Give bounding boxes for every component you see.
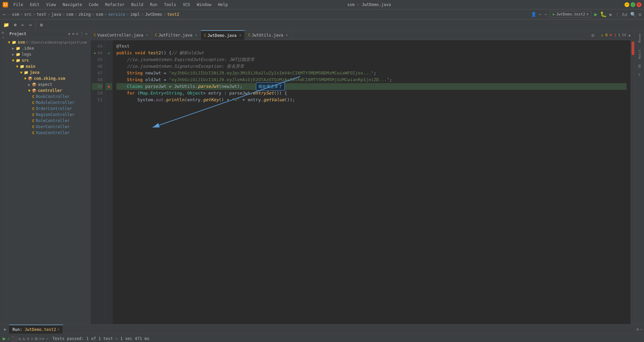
panel-expand[interactable]: ⊕ <box>72 32 74 36</box>
nav-back2[interactable]: ← <box>539 12 542 17</box>
nav-forward2[interactable]: → <box>544 12 547 17</box>
collapse-all[interactable]: ⇐ <box>19 21 26 29</box>
maven-icon[interactable]: Maven <box>637 32 642 45</box>
run-expand-btn[interactable]: ⊞ <box>35 336 38 341</box>
tree-usercontroller[interactable]: C UserController <box>7 124 90 130</box>
run-check-btn[interactable]: ✓ <box>7 336 10 341</box>
run-coverage-button[interactable]: ▶ <box>609 12 612 17</box>
tab-settings-button[interactable]: ⚙ <box>589 30 597 40</box>
menu-tools[interactable]: Tools <box>161 2 179 8</box>
tree-aspect[interactable]: ▶ 📦 aspect <box>7 81 90 88</box>
menu-help[interactable]: Help <box>215 2 230 8</box>
panel-close[interactable]: × <box>85 32 88 36</box>
breadcrumb-test[interactable]: test <box>37 12 46 17</box>
expand-icon-aspect: ▶ <box>28 82 31 87</box>
tree-com-zking[interactable]: ▼ 📦 com.zking.ssm <box>7 75 90 81</box>
bottom-tab-run[interactable]: Run: JwtDemo.test2 × <box>9 325 63 334</box>
run-config-selector[interactable]: ▶ JwtDemo.test2 ▼ <box>550 11 592 17</box>
translate-icon[interactable]: Aa <box>622 12 628 17</box>
tree-vuexcontroller[interactable]: C VuexController <box>7 130 90 136</box>
tree-logs[interactable]: ▶ 📁 logs <box>7 51 90 57</box>
tree-java[interactable]: ▼ 📁 java <box>7 69 90 75</box>
run-failed-btn[interactable]: ↻ <box>23 336 25 341</box>
menu-file[interactable]: File <box>11 2 26 8</box>
tree-src[interactable]: ▼ 📁 src <box>7 57 90 63</box>
tab-close-utils[interactable]: × <box>286 33 288 37</box>
menu-vcs[interactable]: VCS <box>180 2 193 8</box>
tree-regioncontroller[interactable]: C RegionController <box>7 112 90 118</box>
menu-refactor[interactable]: Refactor <box>102 2 127 8</box>
breadcrumb-ssm2[interactable]: ssm <box>96 12 103 17</box>
more-run-options[interactable]: ⋮ <box>615 12 619 17</box>
run-stop-btn[interactable]: ⬛ <box>11 336 17 341</box>
code-content[interactable]: @Test public void test2() {// 解析oldJwt /… <box>112 40 631 324</box>
tab-vuexcontroller[interactable]: C VuexController.java × <box>91 30 152 40</box>
tree-bookcontroller[interactable]: C BookController <box>7 94 90 100</box>
project-view-toggle[interactable]: 📁 <box>1 21 11 29</box>
menu-window[interactable]: Window <box>194 2 214 8</box>
bottom-tab-run-close[interactable]: × <box>57 328 59 331</box>
close-button[interactable]: × <box>637 2 641 7</box>
nav-forward[interactable]: → <box>7 11 11 17</box>
menu-view[interactable]: View <box>44 2 59 8</box>
tab-jwtdemo[interactable]: C JwtDemo.java × <box>201 30 245 40</box>
run-play-btn[interactable]: ▶ <box>3 335 6 342</box>
notifications-icon[interactable]: Notif. <box>637 46 642 61</box>
menu-navigate[interactable]: Navigate <box>60 2 85 8</box>
breadcrumb-service[interactable]: service <box>108 12 125 17</box>
run-icon[interactable]: ▶ <box>1 327 9 332</box>
gradle-icon[interactable]: G <box>638 71 641 78</box>
breadcrumb-ssm[interactable]: ssm <box>12 12 19 17</box>
breadcrumb-com[interactable]: com <box>66 12 73 17</box>
ln-43: 43 <box>97 43 103 50</box>
run-sort-btn[interactable]: ⇅ <box>27 336 30 341</box>
tab-close-filter[interactable]: × <box>195 33 197 37</box>
run-sort2-btn[interactable]: ↕ <box>31 336 34 341</box>
minimize-button[interactable]: − <box>625 2 629 7</box>
tree-modulecontroller[interactable]: C ModuleController <box>7 100 90 106</box>
menu-code[interactable]: Code <box>86 2 101 8</box>
project-icon[interactable]: P <box>1 32 5 34</box>
tree-rolecontroller[interactable]: C RoleController <box>7 118 90 124</box>
breadcrumb-src[interactable]: src <box>24 12 32 17</box>
panel-collapse[interactable]: ⊖ <box>76 32 78 36</box>
tab-close-vuex[interactable]: × <box>146 33 148 37</box>
user-icon[interactable]: 👤 <box>531 12 536 17</box>
tab-close-demo[interactable]: × <box>239 34 241 37</box>
breadcrumb-jwtdemo[interactable]: JwtDemo <box>145 12 162 17</box>
panel-settings[interactable]: ⋮ <box>80 32 84 36</box>
maximize-button[interactable]: □ <box>631 2 635 7</box>
settings-icon[interactable]: ⚙ <box>639 12 641 17</box>
search-icon[interactable]: 🔍 <box>630 12 636 17</box>
tree-root-ssm[interactable]: ▼ 📁 ssm C:\Users\a\Desktop\project\ssm <box>7 39 90 45</box>
breadcrumb-impl[interactable]: impl <box>130 12 140 17</box>
menu-run[interactable]: Run <box>147 2 160 8</box>
breakpoint-49[interactable]: ● <box>108 85 110 88</box>
tab-jwtfilter[interactable]: C JwtFilter.java × <box>152 30 201 40</box>
gutter-reload-44[interactable]: ↺ <box>108 51 110 55</box>
database-icon[interactable]: DB <box>637 62 642 70</box>
debug-button[interactable]: 🐛 <box>600 11 607 17</box>
structure-icon[interactable]: ≡ <box>2 36 4 39</box>
bottom-settings-icon[interactable]: ⚙ <box>637 327 639 332</box>
nav-back[interactable]: ← <box>3 11 6 17</box>
menu-edit[interactable]: Edit <box>27 2 42 8</box>
tree-controller[interactable]: ▼ 📦 controller <box>7 88 90 94</box>
tree-ordercontroller[interactable]: C OrderController <box>7 106 90 112</box>
menu-build[interactable]: Build <box>128 2 146 8</box>
panel-dropdown[interactable]: ▼ <box>68 32 70 36</box>
run-more-btn[interactable]: >> <box>39 336 45 341</box>
breadcrumb-java[interactable]: java <box>51 12 61 17</box>
breadcrumb-zking[interactable]: zking <box>78 12 91 17</box>
breadcrumb-test2[interactable]: test2 <box>167 12 179 17</box>
run-rerun-btn[interactable]: ↻ <box>18 336 21 341</box>
tree-main[interactable]: ▼ 📁 main <box>7 63 90 69</box>
gear-icon[interactable]: ⚙ <box>38 21 45 29</box>
tab-jwtutils[interactable]: C JwtUtils.java × <box>245 30 291 40</box>
tree-idea[interactable]: ▶ 📁 .idea <box>7 45 90 51</box>
bottom-minimize-icon[interactable]: − <box>640 327 643 332</box>
run-button[interactable]: ▶ <box>594 11 598 17</box>
warnings-expand[interactable]: ▲ <box>628 33 631 37</box>
expand-all[interactable]: ⇒ <box>27 21 34 29</box>
project-scope-toggle[interactable]: ⊕ <box>12 21 18 29</box>
